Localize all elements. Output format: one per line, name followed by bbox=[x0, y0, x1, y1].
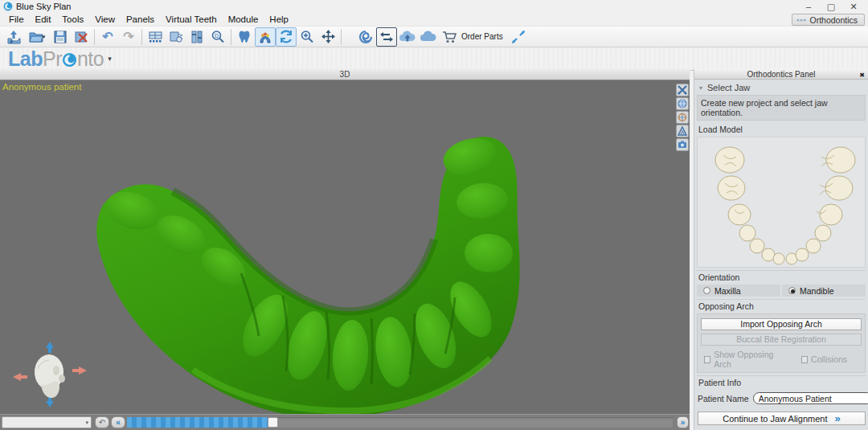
layout-panels-button[interactable] bbox=[145, 27, 166, 47]
menu-tools[interactable]: Tools bbox=[56, 14, 89, 25]
combo-caret-icon: ▾ bbox=[85, 420, 88, 426]
globe-view-button[interactable] bbox=[676, 97, 689, 110]
viewport-bottom-bar: ▾ ↶ « » bbox=[0, 414, 690, 430]
measure-distance-icon bbox=[379, 31, 394, 43]
viewport-3d[interactable]: 3D bbox=[0, 69, 690, 430]
point-measure-button[interactable] bbox=[508, 27, 529, 47]
cloud-storage-button[interactable] bbox=[418, 27, 439, 47]
tooth-icon bbox=[238, 30, 251, 44]
jaw-arch-preview[interactable] bbox=[697, 137, 866, 268]
logo-spiral-o-icon bbox=[62, 52, 77, 68]
logo-part-lab: Lab bbox=[8, 47, 43, 70]
annotation-a-button[interactable]: A bbox=[676, 125, 689, 137]
close-button[interactable]: ✕ bbox=[842, 2, 865, 12]
scroll-right-button[interactable]: » bbox=[677, 416, 689, 428]
svg-text:A: A bbox=[681, 129, 685, 135]
panel-close-button[interactable]: ✖ bbox=[859, 70, 865, 80]
redo-icon: ↷ bbox=[123, 31, 133, 43]
double-chevron-right-icon: » bbox=[835, 412, 841, 424]
panel-settings-icon bbox=[190, 30, 204, 44]
snapshot-camera-button[interactable] bbox=[676, 138, 689, 151]
chevron-left-icon: « bbox=[116, 418, 121, 427]
show-opposing-checkbox[interactable] bbox=[704, 356, 710, 363]
view-undo-button[interactable]: ↶ bbox=[95, 416, 109, 428]
arch-tool-icon bbox=[258, 30, 273, 44]
menu-module[interactable]: Module bbox=[223, 14, 264, 25]
menu-help[interactable]: Help bbox=[264, 14, 294, 25]
select-jaw-description: Create new project and select jaw orient… bbox=[697, 95, 866, 121]
logo-caret-icon[interactable]: ▾ bbox=[108, 55, 112, 63]
panel-header[interactable]: Orthodontics Panel ✖ bbox=[694, 69, 868, 80]
arch-tool-button[interactable] bbox=[255, 27, 276, 47]
toolbar-separator bbox=[341, 29, 342, 45]
menu-virtual-teeth[interactable]: Virtual Teeth bbox=[160, 14, 223, 25]
import-model-button[interactable] bbox=[3, 27, 24, 47]
order-parts-cart-button[interactable] bbox=[439, 27, 460, 47]
import-opposing-arch-button[interactable]: Import Opposing Arch bbox=[701, 318, 862, 330]
open-project-button[interactable]: ▾ bbox=[24, 27, 50, 47]
scrollbar-thumb[interactable] bbox=[268, 417, 278, 428]
menu-view[interactable]: View bbox=[89, 14, 121, 25]
panel-settings-button[interactable] bbox=[186, 27, 207, 47]
minimize-button[interactable]: – bbox=[797, 2, 820, 11]
zoom-detail-button[interactable]: D bbox=[207, 27, 228, 47]
redo-button[interactable]: ↷ bbox=[118, 27, 139, 47]
reset-view-button[interactable] bbox=[276, 27, 297, 47]
radio-maxilla[interactable]: Maxilla bbox=[697, 285, 780, 297]
collisions-checkbox[interactable] bbox=[801, 356, 808, 363]
radio-mandible[interactable]: Mandible bbox=[782, 285, 866, 297]
menu-panels[interactable]: Panels bbox=[121, 14, 160, 25]
scroll-left-button[interactable]: « bbox=[111, 416, 125, 428]
toolbar-separator bbox=[94, 29, 95, 45]
continue-to-jaw-alignment-button[interactable]: Continue to Jaw Alignment » bbox=[698, 412, 866, 425]
pan-view-button[interactable] bbox=[317, 27, 338, 47]
orientation-label: Orientation bbox=[694, 271, 868, 284]
cloud-upload-button[interactable] bbox=[397, 27, 418, 47]
point-measure-icon bbox=[510, 29, 526, 45]
logo-part-pr: Pr bbox=[43, 47, 62, 70]
menu-edit[interactable]: Edit bbox=[30, 14, 57, 25]
orthodontics-panel: Orthodontics Panel ✖ ▾ Select Jaw Create… bbox=[694, 69, 868, 430]
pan-view-icon bbox=[321, 29, 336, 44]
close-project-button[interactable] bbox=[71, 27, 92, 47]
rotate-up-arrow-icon bbox=[46, 342, 54, 353]
save-project-button[interactable] bbox=[50, 27, 71, 47]
measure-distance-button[interactable] bbox=[376, 27, 397, 47]
timeline-scrollbar[interactable] bbox=[127, 417, 674, 428]
section-plane-button[interactable] bbox=[676, 84, 689, 96]
view-preset-combobox[interactable]: ▾ bbox=[2, 416, 92, 428]
patient-name-label: Patient Name bbox=[698, 394, 749, 403]
toolbar-separator bbox=[231, 29, 231, 45]
collapse-triangle-icon: ▾ bbox=[699, 84, 702, 92]
virtual-teeth-button[interactable] bbox=[234, 27, 255, 47]
continue-button-label: Continue to Jaw Alignment bbox=[723, 414, 827, 424]
surface-view-button[interactable] bbox=[166, 27, 186, 47]
maxilla-label: Maxilla bbox=[714, 286, 741, 296]
logo-part-nto: nto bbox=[77, 47, 104, 70]
select-jaw-label: Select Jaw bbox=[707, 83, 750, 92]
head-orientation-widget[interactable] bbox=[11, 340, 88, 409]
letter-a-icon: A bbox=[678, 126, 687, 136]
spiral-tool-button[interactable] bbox=[355, 27, 376, 47]
labpronto-logo[interactable]: LabPrnto bbox=[8, 47, 104, 71]
undo-button[interactable]: ↶ bbox=[97, 27, 118, 47]
cart-icon bbox=[441, 30, 457, 44]
zoom-in-button[interactable] bbox=[297, 27, 317, 47]
patient-name-overlay: Anonymous patient bbox=[2, 82, 81, 92]
select-jaw-section-header[interactable]: ▾ Select Jaw bbox=[694, 80, 868, 95]
menu-file[interactable]: File bbox=[3, 14, 30, 25]
mandible-3d-model[interactable] bbox=[0, 80, 690, 430]
tab-orthodontics[interactable]: ▪▪▪ Orthodontics bbox=[792, 14, 865, 26]
target-icon bbox=[678, 113, 687, 122]
patient-name-input[interactable] bbox=[753, 392, 868, 404]
orientation-target-button[interactable] bbox=[676, 111, 689, 124]
close-project-icon bbox=[74, 30, 88, 44]
panel-title: Orthodontics Panel bbox=[747, 70, 815, 79]
title-bar: Blue Sky Plan – ▢ ✕ bbox=[0, 0, 868, 13]
window-title: Blue Sky Plan bbox=[16, 2, 71, 11]
reset-view-icon bbox=[278, 29, 294, 44]
layout-panels-icon bbox=[148, 30, 163, 44]
rotate-left-arrow-icon bbox=[13, 373, 27, 381]
maximize-button[interactable]: ▢ bbox=[820, 2, 842, 12]
buccal-bite-registration-button[interactable]: Buccal Bite Registration bbox=[701, 334, 862, 346]
